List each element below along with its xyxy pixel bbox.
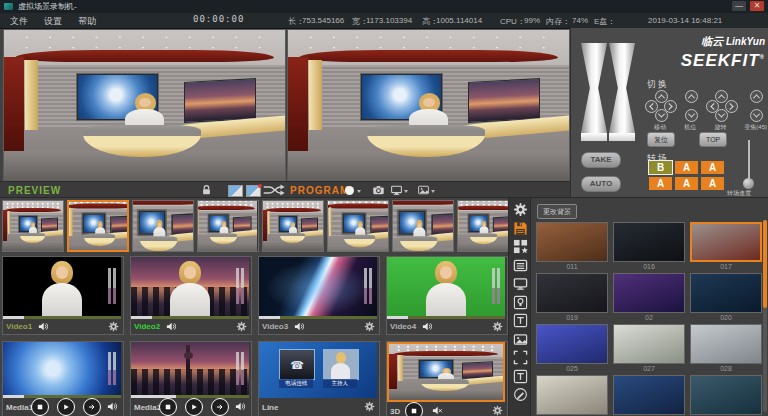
- image-icon[interactable]: [513, 332, 528, 347]
- menu-file[interactable]: 文件: [10, 15, 28, 28]
- play-button[interactable]: [185, 398, 203, 416]
- gear-icon[interactable]: [492, 405, 503, 416]
- scene-thumb-image[interactable]: [536, 324, 608, 364]
- record-dropdown-icon[interactable]: [357, 190, 361, 195]
- camera-preset-thumb[interactable]: [67, 200, 129, 252]
- transition-tile[interactable]: B: [649, 161, 672, 174]
- stop-button[interactable]: [31, 398, 49, 416]
- volume-icon[interactable]: [293, 321, 305, 332]
- position-up-button[interactable]: [685, 90, 698, 103]
- record-icon[interactable]: [345, 186, 354, 195]
- playlist-icon[interactable]: [513, 258, 528, 273]
- threed-thumbnail[interactable]: [387, 342, 505, 402]
- display-dropdown-icon[interactable]: [404, 190, 408, 195]
- stop-button[interactable]: [405, 402, 423, 416]
- stop-button[interactable]: [159, 398, 177, 416]
- move-left-button[interactable]: [645, 100, 658, 113]
- top-view-button[interactable]: TOP: [699, 132, 727, 147]
- change-background-button[interactable]: 更改背景: [537, 204, 577, 219]
- camera-position-dpad[interactable]: [684, 90, 697, 120]
- lock-icon[interactable]: [200, 184, 213, 196]
- scene-thumb[interactable]: 019: [536, 273, 608, 321]
- video2-thumbnail[interactable]: [131, 257, 249, 319]
- move-dpad[interactable]: [645, 90, 675, 120]
- move-right-button[interactable]: [664, 100, 677, 113]
- volume-icon[interactable]: [234, 401, 246, 412]
- scene-thumb[interactable]: 016: [613, 222, 685, 270]
- volume-icon[interactable]: [37, 321, 49, 332]
- scene-thumb-image[interactable]: [613, 273, 685, 313]
- next-button[interactable]: [211, 398, 229, 416]
- volume-icon[interactable]: [165, 321, 177, 332]
- scene-thumb[interactable]: 025: [536, 324, 608, 372]
- swap-preview-program-icon[interactable]: [262, 184, 286, 196]
- transition-tile[interactable]: A: [675, 177, 698, 190]
- snapshot-camera-icon[interactable]: [372, 184, 385, 196]
- scene-scrollbar[interactable]: [763, 220, 767, 412]
- line-thumbnail[interactable]: ☎ 电话连线 主持人: [259, 342, 377, 398]
- scene-thumb-image[interactable]: [613, 375, 685, 415]
- scene-thumb[interactable]: 02: [613, 273, 685, 321]
- program-monitor[interactable]: [287, 29, 570, 182]
- preview-monitor[interactable]: [3, 29, 286, 182]
- scene-thumb-image[interactable]: [536, 222, 608, 262]
- video1-thumbnail[interactable]: [3, 257, 121, 319]
- volume-icon[interactable]: [421, 321, 433, 332]
- scene-thumb-image[interactable]: [690, 375, 762, 415]
- gear-icon[interactable]: [236, 321, 247, 332]
- scene-group-icon[interactable]: [513, 239, 528, 254]
- transition-tile[interactable]: A: [675, 161, 698, 174]
- transition-tile[interactable]: A: [649, 177, 672, 190]
- auto-button[interactable]: AUTO: [581, 176, 621, 192]
- menu-settings[interactable]: 设置: [44, 15, 62, 28]
- gear-icon[interactable]: [364, 321, 375, 332]
- frame-icon[interactable]: [513, 350, 528, 365]
- media1-thumbnail[interactable]: [3, 342, 121, 398]
- host-box[interactable]: [323, 349, 359, 380]
- display-output-icon[interactable]: [390, 184, 403, 196]
- zoom-in-button[interactable]: [750, 90, 763, 103]
- rotate-dpad[interactable]: [706, 90, 736, 120]
- threed-panel[interactable]: 3D: [386, 341, 508, 416]
- zoom-dpad[interactable]: [749, 90, 762, 120]
- scene-thumb-image[interactable]: [690, 222, 762, 262]
- rotate-right-button[interactable]: [725, 100, 738, 113]
- image-output-icon[interactable]: [417, 184, 430, 196]
- scene-thumb[interactable]: 011: [536, 222, 608, 270]
- gear-icon[interactable]: [492, 321, 503, 332]
- camera-preset-thumb[interactable]: [2, 200, 64, 252]
- save-icon[interactable]: [513, 221, 528, 236]
- reset-button[interactable]: 复位: [647, 132, 675, 147]
- camera-preset-thumb[interactable]: [392, 200, 454, 252]
- position-down-button[interactable]: [685, 109, 698, 122]
- gear-icon[interactable]: [108, 321, 119, 332]
- camera-preset-thumb[interactable]: [262, 200, 324, 252]
- phone-call-box[interactable]: ☎: [279, 349, 315, 380]
- t-bar-handle-right[interactable]: [609, 43, 635, 133]
- mute-icon[interactable]: [431, 405, 443, 416]
- video4-panel[interactable]: Video4: [386, 256, 508, 335]
- camera-preset-thumb[interactable]: [327, 200, 389, 252]
- video3-thumbnail[interactable]: [259, 257, 377, 319]
- camera-preset-thumb[interactable]: [197, 200, 259, 252]
- volume-icon[interactable]: [106, 401, 118, 412]
- gear-icon[interactable]: [364, 401, 375, 412]
- line-panel[interactable]: ☎ 电话连线 主持人 Line: [258, 341, 380, 416]
- transition-speed-knob[interactable]: [743, 178, 754, 189]
- video1-panel[interactable]: Video1: [2, 256, 124, 335]
- flip-horizontal-icon[interactable]: [228, 185, 243, 197]
- subtitle-icon[interactable]: [513, 369, 528, 384]
- scene-thumb[interactable]: 031: [690, 375, 762, 416]
- scene-thumb-image[interactable]: [536, 375, 608, 415]
- flip-vertical-icon[interactable]: [246, 185, 261, 197]
- camera-preset-thumb[interactable]: [132, 200, 194, 252]
- scene-thumb-image[interactable]: [536, 273, 608, 313]
- text-icon[interactable]: [513, 313, 528, 328]
- scene-thumb-image[interactable]: [613, 324, 685, 364]
- take-button[interactable]: TAKE: [581, 152, 621, 168]
- lighting-icon[interactable]: [513, 295, 528, 310]
- scene-thumb[interactable]: 028: [690, 324, 762, 372]
- t-bar-handle-left[interactable]: [581, 43, 607, 133]
- next-button[interactable]: [83, 398, 101, 416]
- video4-thumbnail[interactable]: [387, 257, 505, 319]
